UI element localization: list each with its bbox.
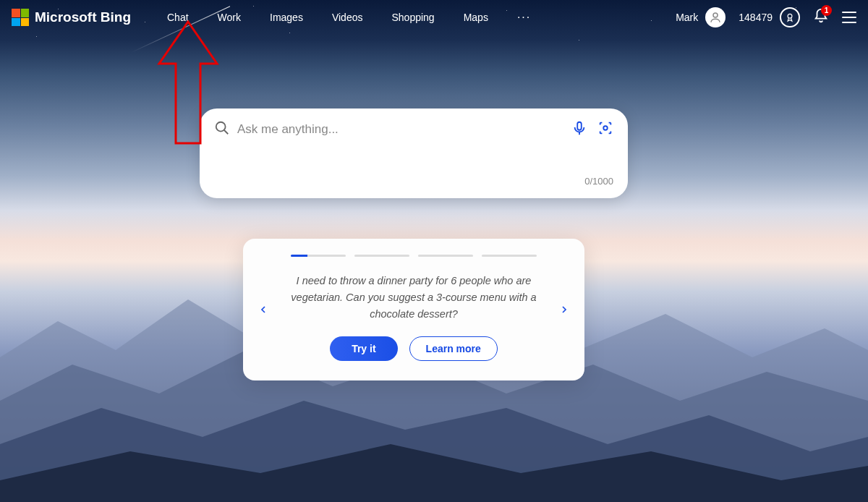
top-nav: Chat Work Images Videos Shopping Maps	[167, 12, 488, 23]
progress-segment	[418, 255, 473, 257]
svg-point-1	[788, 14, 792, 18]
search-box[interactable]: 0/1000	[200, 109, 628, 198]
svg-point-2	[216, 122, 226, 132]
nav-shopping[interactable]: Shopping	[391, 12, 434, 23]
account-name-label: Mark	[676, 12, 698, 23]
svg-point-6	[603, 126, 608, 130]
bing-logo[interactable]: Microsoft Bing	[12, 9, 131, 26]
microsoft-logo-icon	[12, 9, 29, 26]
prompt-text: I need to throw a dinner party for 6 peo…	[284, 273, 544, 323]
try-it-button[interactable]: Try it	[330, 336, 397, 361]
learn-more-button[interactable]: Learn more	[409, 336, 498, 361]
header-right: Mark 148479 1	[676, 7, 856, 27]
medal-icon	[780, 7, 800, 27]
character-counter: 0/1000	[214, 176, 613, 187]
nav-maps[interactable]: Maps	[464, 12, 488, 23]
progress-segment	[354, 255, 409, 257]
image-search-icon[interactable]	[597, 120, 613, 139]
nav-videos[interactable]: Videos	[332, 12, 363, 23]
progress-indicator	[291, 255, 537, 257]
nav-images[interactable]: Images	[270, 12, 303, 23]
nav-work[interactable]: Work	[218, 12, 241, 23]
notification-badge: 1	[821, 5, 832, 16]
microphone-icon[interactable]	[571, 120, 587, 139]
points-label: 148479	[739, 12, 773, 23]
nav-chat[interactable]: Chat	[167, 12, 189, 23]
notifications-button[interactable]: 1	[813, 8, 829, 27]
nav-more-button[interactable]: ···	[517, 11, 531, 24]
avatar-icon	[705, 7, 726, 27]
search-input[interactable]	[237, 122, 564, 137]
svg-rect-4	[577, 122, 582, 130]
svg-line-3	[224, 130, 229, 135]
progress-segment	[482, 255, 537, 257]
rewards-button[interactable]: 148479	[739, 7, 800, 27]
header-bar: Microsoft Bing Chat Work Images Videos S…	[0, 0, 868, 35]
search-icon	[214, 120, 230, 139]
hamburger-menu-button[interactable]	[842, 12, 856, 23]
logo-text: Microsoft Bing	[35, 9, 131, 25]
prev-prompt-button[interactable]	[255, 301, 272, 318]
svg-point-0	[713, 13, 718, 17]
suggested-prompt-card: I need to throw a dinner party for 6 peo…	[243, 239, 584, 380]
progress-segment	[291, 255, 346, 257]
next-prompt-button[interactable]	[556, 301, 573, 318]
account-button[interactable]: Mark	[676, 7, 726, 27]
